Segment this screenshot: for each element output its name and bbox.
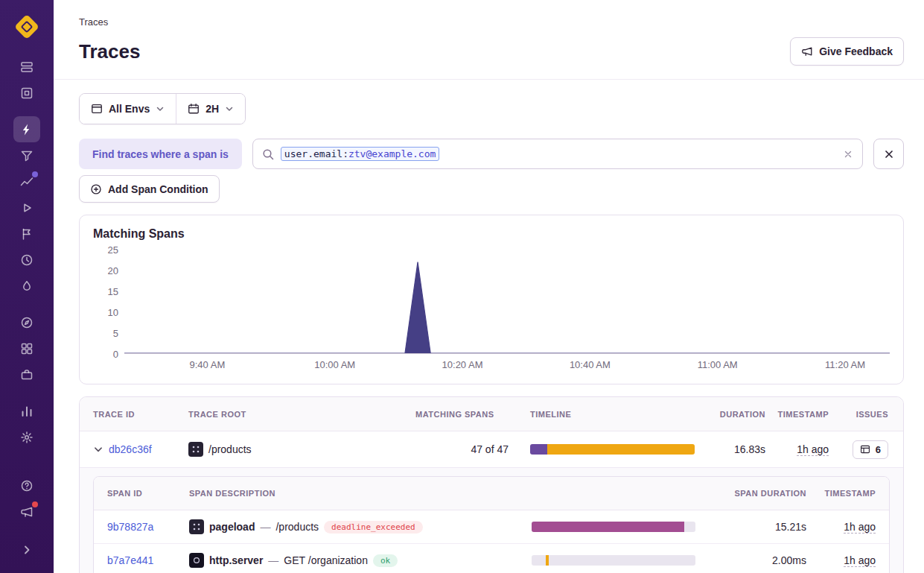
chart-area-svg	[124, 250, 890, 353]
calendar-icon	[188, 103, 200, 115]
page-header: Traces Traces Give Feedback	[54, 0, 924, 80]
trace-duration: 16.83s	[695, 443, 765, 455]
chart-plot-area	[124, 250, 890, 354]
chart-y-axis: 0510152025	[93, 250, 118, 354]
span-status-badge: ok	[373, 554, 398, 567]
breadcrumb[interactable]: Traces	[79, 16, 904, 28]
collapse-sidebar-icon[interactable]	[13, 536, 40, 563]
col-duration: DURATION	[695, 410, 765, 419]
stats-icon[interactable]	[13, 398, 40, 424]
col-span-id: SPAN ID	[107, 489, 189, 498]
span-timeline-bar	[532, 522, 695, 532]
settings-icon[interactable]	[13, 424, 40, 450]
span-timeline-bar	[532, 555, 695, 566]
sentry-logo[interactable]	[13, 13, 40, 40]
projects-icon[interactable]	[13, 80, 40, 106]
matching-spans-chart: 0510152025	[93, 250, 890, 354]
matching-spans-count: 47 of 47	[415, 443, 509, 455]
span-timestamp[interactable]: 1h ago	[844, 554, 876, 567]
platform-icon	[189, 519, 204, 534]
span-table-header: SPAN ID SPAN DESCRIPTION SPAN DURATION T…	[94, 477, 889, 510]
span-id-link[interactable]: 9b78827a	[107, 521, 153, 533]
megaphone-icon	[801, 45, 813, 57]
search-icon	[262, 148, 274, 160]
archive-icon[interactable]	[13, 361, 40, 387]
col-matching-spans: MATCHING SPANS	[415, 410, 509, 419]
main-content: Traces Traces Give Feedback All Envs	[54, 0, 924, 573]
col-span-duration: SPAN DURATION	[703, 489, 806, 498]
sidebar	[0, 0, 54, 573]
environment-filter-label: All Envs	[109, 103, 150, 115]
chevron-down-icon	[225, 104, 234, 113]
dashboards-icon[interactable]	[13, 335, 40, 361]
separator: —	[268, 554, 278, 566]
add-span-condition-button[interactable]: Add Span Condition	[79, 175, 220, 203]
whats-new-alert-dot	[32, 501, 38, 507]
replays-icon[interactable]	[13, 194, 40, 221]
col-span-timestamp: TIMESTAMP	[806, 489, 876, 498]
whats-new-icon[interactable]	[13, 498, 40, 525]
separator: —	[260, 521, 270, 533]
col-span-description: SPAN DESCRIPTION	[189, 489, 532, 498]
platform-icon	[189, 553, 204, 568]
span-search-input[interactable]: user.email:ztv@example.com	[252, 139, 863, 169]
profiling-icon[interactable]	[13, 273, 40, 299]
page-title: Traces	[79, 40, 140, 63]
chart-title: Matching Spans	[93, 227, 890, 241]
trace-timeline-bar	[530, 444, 695, 455]
integrations-icon[interactable]	[13, 309, 40, 335]
span-duration: 15.21s	[703, 521, 806, 533]
span-op: http.server	[209, 554, 263, 566]
search-token-key: user.email:	[284, 148, 348, 159]
span-duration: 2.00ms	[703, 554, 806, 566]
date-range-filter-label: 2H	[205, 103, 219, 115]
remove-condition-button[interactable]	[873, 139, 904, 169]
span-timestamp[interactable]: 1h ago	[844, 521, 876, 534]
span-row: 9b78827a pageload — /products deadline_e…	[94, 510, 889, 544]
crons-icon[interactable]	[13, 247, 40, 273]
releases-icon[interactable]	[13, 221, 40, 247]
help-icon[interactable]	[13, 472, 40, 498]
chevron-down-icon	[156, 104, 165, 113]
find-traces-pill: Find traces where a span is	[79, 139, 242, 169]
clear-search-icon[interactable]	[843, 149, 853, 159]
span-row: b7a7e441 http.server — GET /organization…	[94, 544, 889, 573]
metrics-icon[interactable]	[13, 168, 40, 194]
search-token-value: ztv@example.com	[348, 148, 436, 159]
issues-icon[interactable]	[13, 54, 40, 80]
col-trace-id: TRACE ID	[93, 410, 188, 419]
trace-id-link[interactable]: db26c36f	[109, 443, 152, 455]
date-range-filter[interactable]: 2H	[176, 94, 245, 124]
span-status-badge: deadline_exceeded	[324, 521, 423, 534]
add-span-condition-label: Add Span Condition	[108, 183, 208, 195]
traces-table-header: TRACE ID TRACE ROOT MATCHING SPANS TIMEL…	[80, 397, 903, 431]
span-description: /products	[275, 521, 319, 533]
chart-x-axis: 9:40 AM10:00 AM10:20 AM10:40 AM11:00 AM1…	[124, 354, 890, 373]
metrics-notification-dot	[32, 171, 38, 177]
window-icon	[91, 103, 103, 115]
col-timestamp: TIMESTAMP	[765, 410, 829, 419]
give-feedback-label: Give Feedback	[819, 45, 893, 57]
span-op: pageload	[209, 521, 255, 533]
insights-icon[interactable]	[13, 142, 40, 168]
matching-spans-panel: Matching Spans 0510152025 9:40 AM10:00 A…	[79, 215, 904, 384]
trace-issues-count: 6	[876, 444, 881, 455]
plus-circle-icon	[90, 183, 102, 195]
col-trace-root: TRACE ROOT	[188, 410, 415, 419]
col-timeline: TIMELINE	[509, 410, 695, 419]
span-id-link[interactable]: b7a7e441	[107, 554, 153, 566]
trace-row: db26c36f /products 47 of 47 16.83s 1h ag…	[80, 431, 903, 467]
col-issues: ISSUES	[829, 410, 888, 419]
span-table: SPAN ID SPAN DESCRIPTION SPAN DURATION T…	[93, 476, 890, 573]
trace-issues-button[interactable]: 6	[853, 440, 888, 459]
traces-table: TRACE ID TRACE ROOT MATCHING SPANS TIMEL…	[79, 396, 904, 573]
search-token[interactable]: user.email:ztv@example.com	[281, 147, 440, 161]
explore-traces-icon[interactable]	[13, 116, 40, 142]
panel-icon	[860, 444, 870, 455]
give-feedback-button[interactable]: Give Feedback	[790, 37, 904, 66]
trace-timestamp[interactable]: 1h ago	[797, 443, 829, 456]
collapse-row-chevron-icon[interactable]	[93, 444, 103, 455]
span-description: GET /organization	[284, 554, 368, 566]
environment-filter[interactable]: All Envs	[80, 94, 176, 124]
trace-expanded-area: SPAN ID SPAN DESCRIPTION SPAN DURATION T…	[80, 467, 903, 573]
